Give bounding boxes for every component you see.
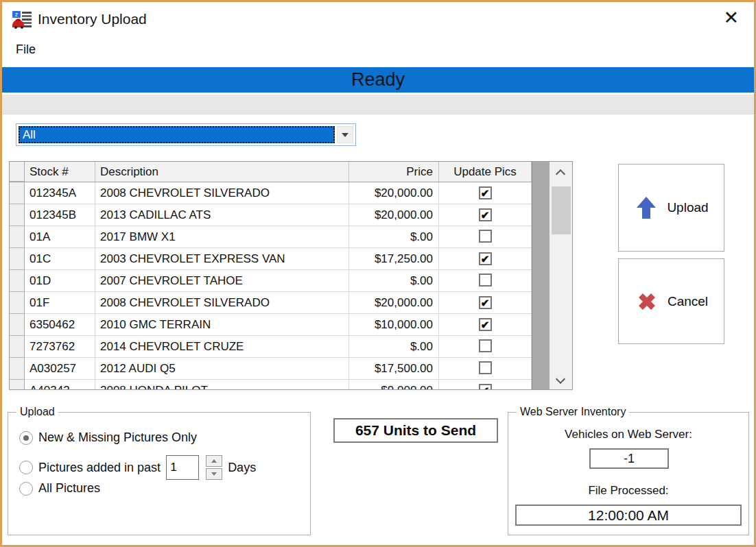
down-arrow-icon (211, 472, 217, 476)
table-row[interactable]: 01A2017 BMW X1$.00 (10, 226, 532, 248)
stock-number-cell: 7273762 (25, 336, 95, 358)
table-row[interactable]: A0302572012 AUDI Q5$17,500.00 (10, 358, 532, 380)
price-cell: $10,000.00 (349, 314, 439, 336)
update-pics-checkbox[interactable] (479, 339, 492, 352)
stepper-down-button[interactable] (206, 468, 222, 480)
update-pics-checkbox[interactable] (479, 384, 492, 390)
vehicles-on-web-server-label: Vehicles on Web Server: (508, 428, 748, 441)
table-row[interactable]: 63504622010 GMC TERRAIN$10,000.00 (10, 314, 532, 336)
price-cell: $.00 (349, 336, 439, 358)
update-pics-cell (439, 292, 532, 314)
price-cell: $9,000.00 (349, 380, 439, 390)
update-pics-checkbox[interactable] (479, 274, 492, 287)
radio-icon[interactable] (19, 482, 33, 496)
description-cell: 2008 HONDA PILOT (95, 380, 349, 390)
scroll-down-icon[interactable] (556, 374, 565, 384)
radio-new-missing[interactable]: New & Missing Pictures Only (19, 430, 197, 445)
update-pics-checkbox[interactable] (479, 208, 492, 221)
row-selector (10, 292, 25, 314)
menu-file[interactable]: File (16, 42, 36, 57)
stock-number-cell: 01D (25, 270, 95, 292)
upload-button[interactable]: Upload (618, 164, 724, 252)
price-cell: $.00 (349, 226, 439, 248)
upload-options-group: Upload New & Missing Pictures Only Pictu… (8, 412, 311, 535)
update-pics-cell (439, 336, 532, 358)
table-row[interactable]: 01C2003 CHEVROLET EXPRESS VAN$17,250.00 (10, 248, 532, 270)
description-cell: 2013 CADILLAC ATS (95, 204, 349, 226)
header-update-pics[interactable]: Update Pics (439, 162, 532, 182)
row-selector (10, 182, 25, 204)
price-cell: $17,500.00 (349, 358, 439, 380)
price-cell: $20,000.00 (349, 292, 439, 314)
row-selector (10, 204, 25, 226)
web-server-inventory-group: Web Server Inventory Vehicles on Web Ser… (508, 412, 749, 535)
table-row[interactable]: 012345A2008 CHEVROLET SILVERADO$20,000.0… (10, 182, 532, 204)
row-selector (10, 380, 25, 390)
description-cell: 2012 AUDI Q5 (95, 358, 349, 380)
upload-button-label: Upload (667, 200, 708, 215)
web-server-group-legend: Web Server Inventory (517, 406, 629, 418)
days-input[interactable] (166, 455, 199, 480)
table-row[interactable]: 72737622014 CHEVROLET CRUZE$.00 (10, 336, 532, 358)
update-pics-cell (439, 380, 532, 390)
vertical-scrollbar[interactable] (550, 162, 572, 389)
price-cell: $17,250.00 (349, 248, 439, 270)
update-pics-checkbox[interactable] (479, 361, 492, 374)
radio-icon[interactable] (19, 431, 33, 445)
stepper-up-button[interactable] (206, 455, 222, 467)
file-processed-box: 12:00:00 AM (515, 505, 742, 526)
update-pics-checkbox[interactable] (479, 252, 492, 265)
header-price[interactable]: Price (349, 162, 439, 182)
table-row[interactable]: 01D2007 CHEVROLET TAHOE$.00 (10, 270, 532, 292)
titlebar: z Inventory Upload ✕ (2, 2, 754, 38)
status-banner: Ready (2, 67, 754, 93)
update-pics-cell (439, 270, 532, 292)
price-cell: $20,000.00 (349, 182, 439, 204)
stock-number-cell: A40342 (25, 380, 95, 390)
grid-filler (532, 162, 550, 389)
days-stepper (206, 455, 222, 480)
update-pics-checkbox[interactable] (479, 230, 492, 243)
dropdown-button[interactable] (337, 126, 353, 143)
update-pics-checkbox[interactable] (479, 318, 492, 331)
table-row[interactable]: 012345B2013 CADILLAC ATS$20,000.00 (10, 204, 532, 226)
radio-pictures-past-days[interactable]: Pictures added in past Days (19, 455, 256, 480)
scroll-up-icon[interactable] (556, 169, 565, 179)
vehicles-count-box: -1 (589, 448, 669, 469)
update-pics-cell (439, 226, 532, 248)
description-cell: 2008 CHEVROLET SILVERADO (95, 292, 349, 314)
description-cell: 2003 CHEVROLET EXPRESS VAN (95, 248, 349, 270)
update-pics-cell (439, 204, 532, 226)
update-pics-cell (439, 358, 532, 380)
scrollbar-thumb[interactable] (552, 186, 571, 234)
stock-number-cell: 01A (25, 226, 95, 248)
stock-number-cell: 01C (25, 248, 95, 270)
filter-dropdown[interactable]: All (16, 123, 356, 146)
file-processed-value: 12:00:00 AM (588, 507, 669, 524)
close-icon[interactable]: ✕ (723, 9, 739, 27)
row-selector (10, 336, 25, 358)
filter-dropdown-value[interactable]: All (19, 126, 335, 143)
grid-main: Stock # Description Price Update Pics 01… (10, 162, 532, 389)
header-description[interactable]: Description (95, 162, 349, 182)
window-title: Inventory Upload (38, 11, 147, 27)
row-selector (10, 314, 25, 336)
update-pics-checkbox[interactable] (479, 296, 492, 309)
stock-number-cell: 012345A (25, 182, 95, 204)
radio-all-pictures[interactable]: All Pictures (19, 481, 100, 496)
update-pics-checkbox[interactable] (479, 186, 492, 199)
radio-icon[interactable] (19, 461, 33, 474)
description-cell: 2017 BMW X1 (95, 226, 349, 248)
header-stock[interactable]: Stock # (25, 162, 95, 182)
table-row[interactable]: A403422008 HONDA PILOT$9,000.00 (10, 380, 532, 390)
stock-number-cell: A030257 (25, 358, 95, 380)
vehicles-count-value: -1 (624, 452, 635, 466)
cancel-button[interactable]: Cancel (618, 258, 724, 344)
status-text: Ready (351, 69, 405, 90)
grid-body: 012345A2008 CHEVROLET SILVERADO$20,000.0… (10, 182, 532, 390)
table-row[interactable]: 01F2008 CHEVROLET SILVERADO$20,000.00 (10, 292, 532, 314)
stock-number-cell: 012345B (25, 204, 95, 226)
svg-text:z: z (15, 11, 19, 18)
stock-number-cell: 6350462 (25, 314, 95, 336)
file-processed-label: File Processed: (508, 484, 748, 498)
